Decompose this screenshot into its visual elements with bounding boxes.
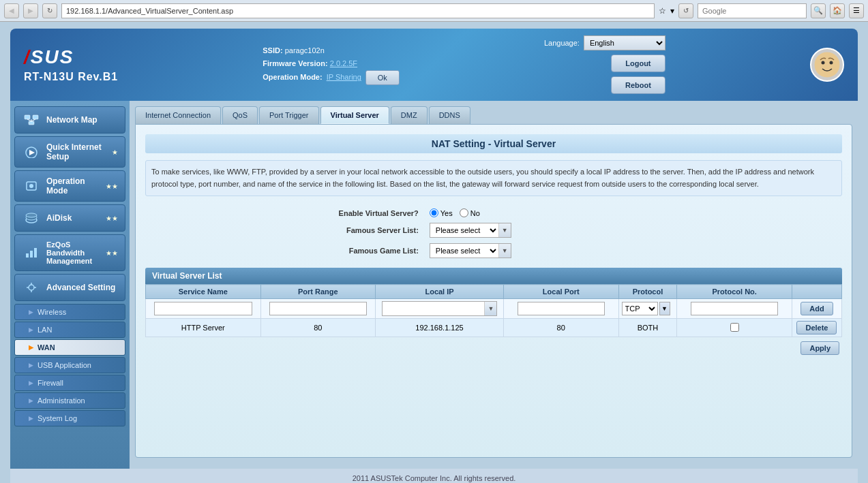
firmware-link[interactable]: 2.0.2.5F	[330, 59, 357, 67]
famous-server-select[interactable]: Please select	[430, 223, 498, 237]
famous-game-dropdown[interactable]: Please select ▼	[430, 243, 511, 258]
refresh-button[interactable]: ↺	[678, 3, 693, 18]
input-protocol-no[interactable]	[691, 302, 778, 315]
description-text: To make services, like WWW, FTP, provide…	[145, 160, 842, 196]
usb-label: USB Application	[38, 361, 91, 369]
svg-rect-15	[26, 253, 29, 258]
famous-server-arrow[interactable]: ▼	[498, 223, 511, 237]
language-select[interactable]: English	[584, 35, 665, 50]
network-map-icon	[22, 112, 41, 127]
protocol-select[interactable]: TCP UDP BOTH	[622, 302, 658, 315]
usb-arrow: ▶	[29, 362, 33, 369]
sidebar-item-usb-application[interactable]: ▶ USB Application	[14, 357, 125, 373]
add-button[interactable]: Add	[800, 302, 833, 315]
sidebar-item-lan[interactable]: ▶ LAN	[14, 322, 125, 338]
apply-row: Apply	[145, 337, 842, 356]
wan-arrow: ▶	[29, 344, 33, 351]
advanced-setting-label: Advanced Setting	[46, 283, 118, 292]
sidebar-item-advanced-setting[interactable]: Advanced Setting	[14, 274, 125, 301]
add-btn-cell: Add	[792, 299, 841, 319]
quick-setup-star: ★	[112, 149, 118, 156]
router-page: /SUS RT-N13U Rev.B1 SSID: paragc102n Fir…	[0, 22, 868, 483]
input-local-port-cell	[503, 299, 618, 319]
sidebar-item-firewall[interactable]: ▶ Firewall	[14, 375, 125, 391]
enable-vs-value: Yes No	[424, 206, 842, 220]
svg-line-8	[31, 119, 35, 121]
sidebar-item-operation-mode[interactable]: Operation Mode ★★	[14, 170, 125, 202]
ezqos-label: EzQoS Bandwidth Management	[46, 240, 100, 265]
enable-vs-radios: Yes No	[430, 208, 837, 217]
reload-button[interactable]: ↻	[42, 3, 57, 18]
svg-rect-16	[30, 251, 33, 258]
yes-text: Yes	[440, 209, 453, 217]
input-local-port[interactable]	[518, 302, 605, 315]
col-action	[792, 285, 841, 299]
famous-server-value: Please select ▼	[424, 220, 842, 240]
reboot-button[interactable]: Reboot	[611, 76, 665, 94]
search-input[interactable]	[698, 3, 807, 18]
logout-button[interactable]: Logout	[611, 54, 665, 72]
delete-btn-cell: Delete	[792, 319, 841, 337]
header-info: SSID: paragc102n Firmware Version: 2.0.2…	[263, 44, 400, 84]
opmode-link[interactable]: IP Sharing	[327, 71, 361, 84]
tab-virtual-server[interactable]: Virtual Server	[320, 106, 389, 124]
ok-button[interactable]: Ok	[365, 70, 400, 85]
home-button[interactable]: 🏠	[830, 3, 845, 18]
enable-vs-yes-radio[interactable]	[430, 208, 438, 217]
famous-server-label: Famous Server List:	[145, 220, 424, 240]
tab-internet-connection[interactable]: Internet Connection	[135, 106, 221, 124]
svg-rect-3	[25, 115, 30, 119]
sidebar-sub-items: ▶ Wireless ▶ LAN ▶ WAN ▶ USB Application…	[14, 304, 125, 426]
sidebar-item-aidisk[interactable]: AiDisk ★★	[14, 204, 125, 232]
famous-game-arrow[interactable]: ▼	[498, 244, 511, 258]
tab-port-trigger[interactable]: Port Trigger	[259, 106, 318, 124]
ssid-row: SSID: paragc102n	[263, 44, 400, 57]
input-local-ip[interactable]	[383, 302, 485, 315]
wireless-label: Wireless	[38, 308, 66, 316]
sidebar-item-quick-setup[interactable]: Quick Internet Setup ★	[14, 136, 125, 168]
avatar-icon	[813, 51, 841, 78]
sidebar-item-administration[interactable]: ▶ Administration	[14, 392, 125, 409]
local-ip-dropdown-btn[interactable]: ▼	[484, 302, 496, 315]
opmode-row: Operation Mode: IP Sharing Ok	[263, 70, 400, 85]
input-service-name[interactable]	[154, 302, 252, 315]
wireless-arrow: ▶	[29, 309, 33, 315]
delete-button[interactable]: Delete	[796, 321, 837, 334]
operation-mode-label: Operation Mode	[46, 176, 100, 196]
language-row: Language: English	[544, 35, 665, 50]
enable-vs-yes-label[interactable]: Yes	[430, 208, 453, 217]
ssid-label: SSID:	[263, 46, 282, 54]
enable-vs-no-label[interactable]: No	[460, 208, 480, 217]
svg-point-1	[821, 61, 824, 65]
protocol-arrow[interactable]: ▼	[659, 302, 670, 315]
search-go-button[interactable]: 🔍	[811, 3, 826, 18]
sidebar-item-network-map[interactable]: Network Map	[14, 106, 125, 134]
sidebar-item-wireless[interactable]: ▶ Wireless	[14, 304, 125, 320]
star-icon: ☆	[659, 6, 666, 16]
sidebar-item-wan[interactable]: ▶ WAN	[14, 339, 125, 356]
sidebar-item-ezqos[interactable]: EzQoS Bandwidth Management ★★	[14, 234, 125, 271]
aidisk-star: ★★	[106, 215, 118, 222]
administration-arrow: ▶	[29, 397, 33, 404]
menu-button[interactable]: ☰	[849, 3, 864, 18]
tab-dmz[interactable]: DMZ	[391, 106, 428, 124]
back-button[interactable]: ◀	[4, 3, 19, 18]
famous-game-select[interactable]: Please select	[430, 244, 498, 258]
footer: 2011 ASUSTek Computer Inc. All rights re…	[10, 469, 858, 483]
apply-button[interactable]: Apply	[800, 341, 839, 355]
browser-chrome: ◀ ▶ ↻ 192.168.1.1/Advanced_VirtualServer…	[0, 0, 868, 22]
row-checkbox[interactable]	[730, 323, 739, 332]
tab-qos[interactable]: QoS	[222, 106, 258, 124]
input-port-range[interactable]	[269, 302, 368, 315]
tab-ddns[interactable]: DDNS	[429, 106, 470, 124]
sidebar-item-system-log[interactable]: ▶ System Log	[14, 410, 125, 426]
forward-button[interactable]: ▶	[23, 3, 38, 18]
enable-vs-label: Enable Virtual Server?	[145, 206, 424, 220]
opmode-label: Operation Mode:	[263, 71, 322, 84]
enable-vs-no-radio[interactable]	[460, 208, 468, 217]
svg-point-2	[829, 61, 833, 65]
lan-arrow: ▶	[29, 326, 33, 333]
address-bar[interactable]: 192.168.1.1/Advanced_VirtualServer_Conte…	[61, 3, 655, 18]
footer-text: 2011 ASUSTek Computer Inc. All rights re…	[353, 474, 516, 482]
famous-server-dropdown[interactable]: Please select ▼	[430, 223, 511, 238]
